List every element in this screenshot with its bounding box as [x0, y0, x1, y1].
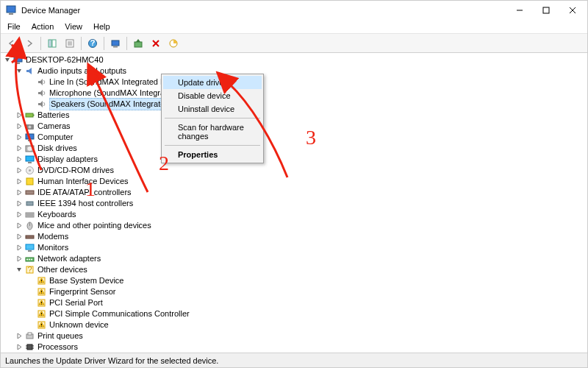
toolbar-back-button[interactable] [4, 35, 20, 52]
tree-node[interactable]: Disk drives [4, 143, 587, 154]
context-menu-item-update-driver[interactable]: Update driver [163, 76, 262, 89]
tree-twisty-none [27, 78, 35, 86]
toolbar-showhide-button[interactable] [44, 35, 60, 52]
tree-node[interactable]: Keyboards [4, 209, 587, 220]
expand-icon[interactable] [15, 166, 24, 174]
toolbar-scan-button[interactable] [107, 35, 123, 52]
tree-node[interactable]: IDE ATA/ATAPI controllers [4, 187, 587, 198]
expand-icon[interactable] [15, 244, 24, 252]
context-menu-separator [165, 145, 260, 146]
expand-icon[interactable] [15, 155, 24, 163]
expand-icon[interactable] [15, 255, 24, 263]
minimize-button[interactable] [506, 2, 533, 18]
tree-node[interactable]: DESKTOP-62HMC40 [4, 54, 587, 66]
tree-node[interactable]: Audio inputs and outputs [4, 66, 587, 77]
tree-node[interactable]: IEEE 1394 host controllers [4, 198, 587, 209]
warn-icon [36, 298, 46, 308]
svg-rect-44 [28, 250, 32, 252]
tree-twisty-none [27, 288, 35, 296]
tree-node[interactable]: Computer [4, 132, 587, 143]
tree-node[interactable]: Processors [4, 342, 587, 353]
menu-help[interactable]: Help [88, 21, 115, 32]
tree-node[interactable]: Fingerprint Sensor [4, 286, 587, 297]
tree-node[interactable]: Display adapters [4, 154, 587, 165]
tree-twisty-none [27, 299, 35, 307]
expand-icon[interactable] [15, 210, 24, 219]
tree-node[interactable]: Human Interface Devices [4, 176, 587, 187]
tree-node[interactable]: Line In (SoundMAX Integrated Digital HD … [4, 77, 587, 88]
keyboard-icon [24, 210, 35, 220]
tree-node[interactable]: Monitors [4, 242, 587, 253]
expand-icon[interactable] [15, 222, 24, 230]
tree-node[interactable]: Network adapters [4, 253, 587, 264]
svg-rect-68 [27, 344, 32, 350]
tree-node[interactable]: Modems [4, 231, 587, 242]
tree-node[interactable]: ?Other devices [4, 264, 587, 275]
toolbar-disable-button[interactable] [165, 35, 182, 52]
expand-icon[interactable] [15, 133, 24, 141]
tree-node-label: Batteries [37, 110, 69, 121]
expand-icon[interactable] [15, 343, 24, 351]
toolbar-help-button[interactable]: ? [85, 35, 101, 52]
tree-node-label: Audio inputs and outputs [37, 66, 126, 77]
menu-file[interactable]: File [2, 21, 26, 32]
svg-rect-15 [113, 46, 118, 48]
svg-rect-37 [26, 213, 34, 217]
collapse-icon[interactable] [15, 266, 24, 274]
svg-rect-7 [52, 40, 56, 47]
svg-rect-6 [49, 40, 51, 47]
tree-node[interactable]: PCI Serial Port [4, 297, 587, 308]
svg-rect-35 [26, 191, 34, 194]
expand-icon[interactable] [15, 188, 24, 197]
expand-icon[interactable] [15, 177, 24, 185]
expand-icon[interactable] [15, 233, 24, 241]
expand-icon[interactable] [15, 111, 24, 119]
tree-node[interactable]: Speakers (SoundMAX Integrated Digital HD… [4, 99, 587, 110]
context-menu-separator [165, 118, 260, 118]
close-button[interactable] [559, 2, 586, 18]
collapse-icon[interactable] [15, 67, 24, 75]
tree-node[interactable]: Unknown device [4, 319, 587, 330]
tree-node[interactable]: Batteries [4, 110, 587, 121]
tree-node[interactable]: Print queues [4, 330, 587, 342]
context-menu-item-properties[interactable]: Properties [163, 148, 262, 161]
maximize-button[interactable] [533, 2, 559, 18]
context-menu-item-disable-device[interactable]: Disable device [163, 89, 262, 102]
tree-node[interactable]: DVD/CD-ROM drives [4, 165, 587, 176]
tree-node[interactable]: Microphone (SoundMAX Integrated Digital … [4, 88, 587, 99]
tree-node[interactable]: Base System Device [4, 275, 587, 286]
svg-point-59 [41, 304, 42, 305]
context-menu-item-scan-for-hardware-changes[interactable]: Scan for hardware changes [163, 121, 262, 143]
svg-rect-23 [33, 115, 35, 116]
collapse-icon[interactable] [4, 56, 12, 64]
tree-node-label: DVD/CD-ROM drives [37, 165, 114, 176]
ieee-icon [24, 199, 35, 209]
expand-icon[interactable] [15, 122, 24, 130]
statusbar-text: Launches the Update Driver Wizard for th… [5, 356, 218, 365]
toolbar-properties-button[interactable] [62, 35, 78, 52]
svg-rect-1 [9, 13, 13, 15]
svg-rect-0 [7, 6, 15, 13]
toolbar-update-button[interactable] [130, 35, 146, 52]
app-icon [5, 4, 17, 16]
dvd-icon [24, 166, 35, 176]
display-icon [24, 155, 35, 165]
tree-node[interactable]: PCI Simple Communications Controller [4, 308, 587, 319]
svg-rect-26 [26, 134, 34, 139]
expand-icon[interactable] [15, 144, 24, 152]
tree-node[interactable]: Cameras [4, 121, 587, 132]
expand-icon[interactable] [15, 199, 24, 208]
menu-action[interactable]: Action [26, 21, 60, 32]
svg-rect-16 [135, 42, 142, 47]
menubar: File Action View Help [1, 20, 587, 34]
menu-view[interactable]: View [60, 21, 87, 32]
svg-rect-67 [28, 333, 32, 335]
device-tree-pane[interactable]: DESKTOP-62HMC40Audio inputs and outputsL… [1, 53, 587, 353]
context-menu-item-uninstall-device[interactable]: Uninstall device [163, 102, 262, 116]
svg-text:?: ? [90, 38, 96, 47]
toolbar-uninstall-button[interactable] [148, 35, 164, 52]
tree-node[interactable]: Mice and other pointing devices [4, 220, 587, 231]
toolbar-forward-button[interactable] [21, 35, 37, 52]
expand-icon[interactable] [15, 332, 24, 340]
svg-point-25 [28, 126, 31, 129]
